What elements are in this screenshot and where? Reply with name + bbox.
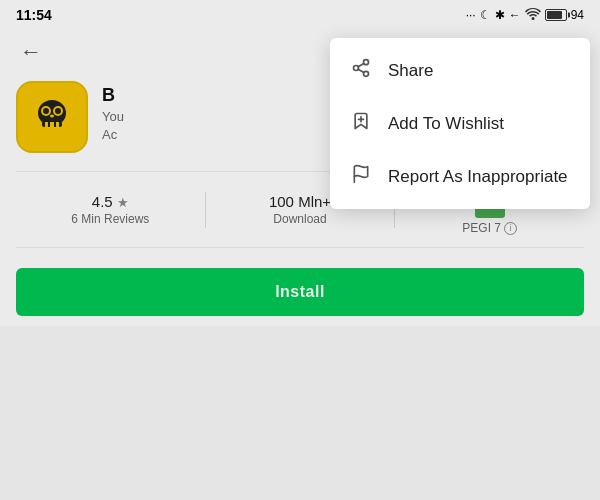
share-label: Share xyxy=(388,61,433,81)
wishlist-icon xyxy=(350,111,372,136)
svg-line-15 xyxy=(358,63,364,66)
dropdown-menu: Share Add To Wishlist Report As Inapprop… xyxy=(330,38,590,209)
svg-line-14 xyxy=(358,69,364,72)
flag-icon xyxy=(350,164,372,189)
wishlist-label: Add To Wishlist xyxy=(388,114,504,134)
dropdown-item-wishlist[interactable]: Add To Wishlist xyxy=(330,97,590,150)
report-label: Report As Inappropriate xyxy=(388,167,568,187)
dropdown-item-report[interactable]: Report As Inappropriate xyxy=(330,150,590,203)
dropdown-item-share[interactable]: Share xyxy=(330,44,590,97)
share-icon xyxy=(350,58,372,83)
